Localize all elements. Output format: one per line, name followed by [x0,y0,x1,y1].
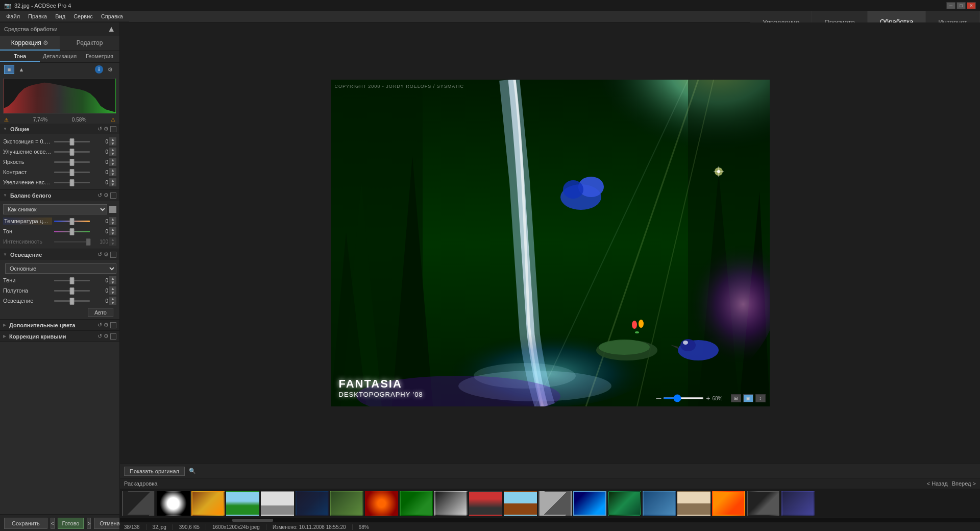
section-lighting-header[interactable]: ▼ Освещение ↺ ⚙ [0,249,119,260]
filmstrip-next-btn[interactable]: Вперед > [952,480,976,487]
as-shot-dropdown[interactable]: Как снимок [3,204,107,214]
thumb-5[interactable] [296,491,329,516]
section-curve-header[interactable]: ▶ Коррекция кривыми ↺ ⚙ [0,331,119,342]
section-lighting-checkbox[interactable] [110,252,116,258]
addl-colors-refresh-icon[interactable]: ↺ [97,322,102,328]
thumb-6[interactable] [330,491,363,516]
ton-track[interactable] [54,231,90,232]
view-fit-btn[interactable]: ⊞ [731,394,741,402]
close-button[interactable]: ✕ [967,2,976,9]
lighting-gear-icon[interactable]: ⚙ [104,251,109,258]
brightness-thumb[interactable] [70,159,75,166]
section-wb-header[interactable]: ▼ Баланс белого ↺ ⚙ [0,190,119,201]
menu-edit[interactable]: Правка [24,12,51,20]
menu-help[interactable]: Справка [97,12,127,20]
refresh-icon[interactable]: ↺ [97,126,102,132]
thumb-16[interactable] [677,491,710,516]
exposure-down[interactable]: ▼ [109,141,116,146]
thumb-13[interactable] [573,491,606,516]
saturation-track[interactable] [54,182,90,183]
exposure-thumb[interactable] [70,138,75,146]
section-addl-colors-header[interactable]: ▶ Дополнительные цвета ↺ ⚙ [0,320,119,330]
section-addl-colors-checkbox[interactable] [110,322,116,328]
curve-gear-icon[interactable]: ⚙ [104,333,109,340]
midtones-track[interactable] [54,290,90,292]
contrast-down[interactable]: ▼ [109,172,116,176]
curve-refresh-icon[interactable]: ↺ [97,333,102,340]
wb-refresh-icon[interactable]: ↺ [97,192,102,199]
minimize-button[interactable]: ─ [946,2,955,9]
section-general-header[interactable]: ▼ Общие ↺ ⚙ [0,124,119,134]
color-temp-thumb[interactable] [70,218,75,225]
maximize-button[interactable]: □ [957,2,966,9]
thumb-8[interactable] [400,491,433,516]
color-temp-track[interactable] [54,221,90,222]
saturation-down[interactable]: ▼ [109,182,116,186]
show-original-button[interactable]: Показать оригинал [124,467,185,476]
subtab-detail[interactable]: Детализация [40,51,80,62]
ton-down[interactable]: ▼ [109,231,116,235]
menu-service[interactable]: Сервис [69,12,97,20]
brightness-down[interactable]: ▼ [109,162,116,166]
lighting-mode-dropdown[interactable]: Основные [5,263,116,274]
settings-icon-btn[interactable]: ⚙ [105,65,115,74]
menu-file[interactable]: Файл [2,12,24,20]
wb-gear-icon[interactable]: ⚙ [104,192,109,199]
fill-light-track[interactable] [54,151,90,153]
thumb-3[interactable] [226,491,259,516]
section-curve-checkbox[interactable] [110,333,116,340]
done-prev-button[interactable]: < [51,518,55,529]
contrast-track[interactable] [54,172,90,173]
thumb-7[interactable] [365,491,398,516]
thumb-14[interactable] [608,491,641,516]
addl-colors-gear-icon[interactable]: ⚙ [104,322,109,328]
menu-view[interactable]: Вид [51,12,69,20]
fill-light-thumb[interactable] [70,149,75,156]
done-button[interactable]: Готово [58,518,84,529]
ton-thumb[interactable] [70,228,75,235]
zoom-slider[interactable] [663,397,704,399]
done-next-button[interactable]: > [87,518,91,529]
thumb-11[interactable] [504,491,537,516]
thumb-18[interactable] [747,491,780,516]
section-general-checkbox[interactable] [110,126,116,132]
shadows-track[interactable] [54,280,90,281]
thumb-9[interactable] [434,491,468,516]
thumb-12[interactable] [538,491,572,516]
thumb-2[interactable] [191,491,225,516]
view-scroll-btn[interactable]: ↕ [755,394,766,402]
zoom-out-icon[interactable]: ─ [656,394,661,402]
filmstrip-hscroll-thumb[interactable] [232,519,273,522]
shadows-down[interactable]: ▼ [109,280,116,284]
view-fill-btn[interactable]: ▣ [743,394,753,402]
save-button[interactable]: Сохранить [4,518,47,529]
thumb-4[interactable] [261,491,294,516]
square-icon-btn[interactable]: ■ [4,65,14,74]
fill-light-down[interactable]: ▼ [109,152,116,156]
brightness-track[interactable] [54,161,90,163]
tools-toggle-icon[interactable]: ▲ [107,25,115,34]
section-wb-checkbox[interactable] [110,192,116,199]
cancel-button[interactable]: Отмена [94,518,120,529]
thumb-0[interactable] [122,491,155,516]
color-temp-down[interactable]: ▼ [109,221,116,225]
subtab-geometry[interactable]: Геометрия [80,51,119,62]
filmstrip-scroll[interactable] [120,489,980,518]
lighting-thumb[interactable] [70,298,75,305]
subtab-tone[interactable]: Тона [0,51,40,62]
zoom-in-icon[interactable]: + [706,394,710,402]
tab-correction[interactable]: Коррекция ⚙ [0,36,60,51]
shadows-thumb[interactable] [70,277,75,284]
thumb-1[interactable] [157,491,190,516]
midtones-down[interactable]: ▼ [109,291,116,295]
contrast-thumb[interactable] [70,169,75,176]
midtones-thumb[interactable] [70,287,75,295]
lighting-down[interactable]: ▼ [109,301,116,305]
thumb-15[interactable] [643,491,676,516]
thumb-10[interactable] [469,491,502,516]
filmstrip-hscroll[interactable] [120,518,980,522]
triangle-icon-btn[interactable]: ▲ [16,65,27,74]
info-icon-btn[interactable]: i [95,65,103,74]
lighting-refresh-icon[interactable]: ↺ [97,251,102,258]
thumb-17[interactable] [712,491,745,516]
